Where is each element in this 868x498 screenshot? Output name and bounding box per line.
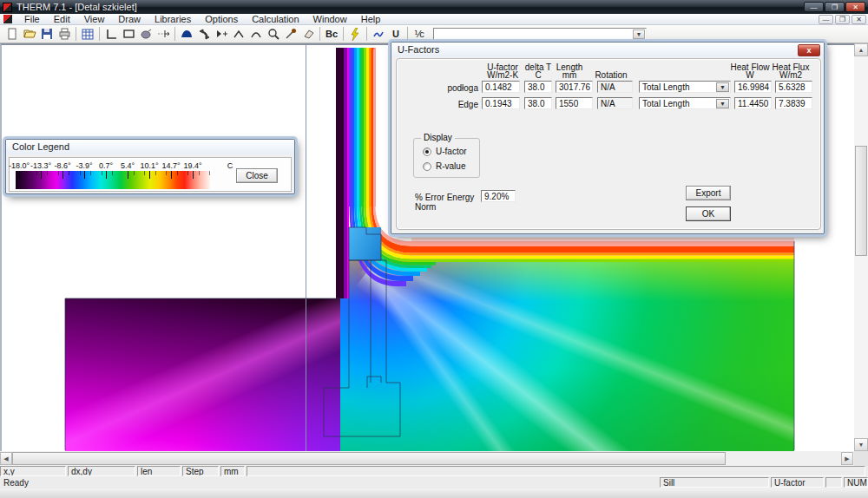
library-icon[interactable] xyxy=(79,26,96,42)
window-bottom-edge xyxy=(0,488,868,498)
numlock-indicator: NUM xyxy=(844,477,868,488)
mdi-minimize-icon[interactable]: — xyxy=(819,15,833,24)
temperature-gradient-bar xyxy=(16,171,210,189)
menu-window[interactable]: Window xyxy=(306,14,354,25)
menu-file[interactable]: File xyxy=(17,14,47,25)
new-icon[interactable] xyxy=(3,26,21,42)
deltat-value[interactable]: 38.0 xyxy=(524,97,552,109)
heatflux-value[interactable]: 7.3839 xyxy=(775,97,812,109)
error-norm-value[interactable]: 9.20% xyxy=(481,190,516,202)
print-icon[interactable] xyxy=(56,26,73,42)
ready-status: Ready xyxy=(3,477,29,488)
ufactors-dialog[interactable]: U-Factors x U-factorW/m2-K delta TC Leng… xyxy=(391,42,825,234)
radio-dot-icon xyxy=(423,162,431,171)
move-point-icon[interactable] xyxy=(155,26,172,42)
menu-view[interactable]: View xyxy=(77,14,112,25)
legend-label: 19.4° xyxy=(178,161,207,170)
length-value[interactable]: 3017.76 xyxy=(556,81,593,93)
minimize-icon[interactable]: — xyxy=(804,2,824,12)
rotation-value: N/A xyxy=(597,97,633,109)
row-label: Edge xyxy=(430,100,478,109)
app-icon xyxy=(3,3,12,12)
xy-coordinates: x,y -6659.9,8648.7 xyxy=(0,466,66,476)
menu-draw[interactable]: Draw xyxy=(111,14,148,25)
mdi-close-icon[interactable]: ✕ xyxy=(852,15,866,24)
menu-calculation[interactable]: Calculation xyxy=(245,14,306,25)
chevron-down-icon[interactable]: ▼ xyxy=(716,99,729,108)
heatflow-value[interactable]: 11.4450 xyxy=(734,97,772,109)
horizontal-scroll-thumb[interactable] xyxy=(12,452,726,465)
ufactors-dialog-title: U-Factors xyxy=(391,43,824,57)
menu-libraries[interactable]: Libraries xyxy=(148,14,198,25)
save-icon[interactable] xyxy=(38,26,56,42)
maximize-icon[interactable]: ❐ xyxy=(825,2,845,12)
chevron-down-icon[interactable]: ▼ xyxy=(716,82,729,92)
dialog-close-icon[interactable]: x xyxy=(798,44,820,56)
eraser-icon[interactable] xyxy=(299,26,317,42)
horizontal-scrollbar[interactable]: ◀ ▶ xyxy=(0,451,854,466)
scroll-right-icon[interactable]: ▶ xyxy=(841,452,853,465)
insert-point-icon[interactable] xyxy=(213,26,230,42)
fill-icon[interactable] xyxy=(137,26,155,42)
boundary-condition-icon[interactable]: Bc xyxy=(323,26,340,42)
vertical-scrollbar[interactable]: ▲ ▼ xyxy=(854,43,868,451)
scroll-down-icon[interactable]: ▼ xyxy=(854,438,868,451)
mdi-restore-icon[interactable]: ❐ xyxy=(835,15,850,24)
menu-help[interactable]: Help xyxy=(354,14,388,25)
projection-select[interactable]: Total Length ▼ xyxy=(639,97,731,109)
boundary-icon[interactable] xyxy=(178,26,195,42)
ufactor-value[interactable]: 0.1943 xyxy=(482,97,520,109)
menu-options[interactable]: Options xyxy=(198,14,245,25)
radio-ufactor[interactable]: U-factor xyxy=(423,147,467,156)
projection-select[interactable]: Total Length ▼ xyxy=(639,81,731,93)
col-header-heatflux: Heat FluxW/m2 xyxy=(766,63,815,79)
color-legend-title: Color Legend xyxy=(6,140,294,154)
heatflow-value[interactable]: 16.9984 xyxy=(734,81,772,93)
title-bar: THERM 7.1 - [Detal szkielet] — ❐ ✕ xyxy=(0,0,868,14)
ufactor-icon[interactable]: U xyxy=(387,26,404,42)
chevron-down-icon[interactable]: ▼ xyxy=(633,29,645,39)
zoom-icon[interactable] xyxy=(265,26,282,42)
eyedropper-icon[interactable] xyxy=(282,26,299,42)
arc-icon[interactable] xyxy=(247,26,265,42)
calc-icon[interactable] xyxy=(346,26,364,42)
color-legend-window[interactable]: Color Legend -18.0° -13.3° -8.6° -3.9° 0… xyxy=(5,139,295,194)
ufactor-value[interactable]: 0.1482 xyxy=(482,81,520,93)
length-readout: len 1483.7 xyxy=(137,466,181,476)
mode-status: U-factor results xyxy=(771,477,824,488)
col-header-rotation: Rotation xyxy=(587,71,635,79)
scroll-left-icon[interactable]: ◀ xyxy=(0,452,12,465)
radio-rvalue[interactable]: R-value xyxy=(423,161,465,171)
measure-icon[interactable] xyxy=(230,26,247,42)
selection-status: Sill xyxy=(660,477,769,488)
therm-app-window: THERM 7.1 - [Detal szkielet] — ❐ ✕ File … xyxy=(0,0,868,498)
results-icon[interactable] xyxy=(370,26,387,42)
fraction-icon[interactable]: ⅟c xyxy=(411,26,428,42)
scrollbar-corner xyxy=(854,451,868,466)
scroll-up-icon[interactable]: ▲ xyxy=(854,43,868,56)
window-title: THERM 7.1 - [Detal szkielet] xyxy=(16,2,137,12)
row-label: podłoga xyxy=(430,83,478,93)
legend-close-button[interactable]: Close xyxy=(236,168,278,183)
status-spacer xyxy=(247,466,865,476)
vertical-scroll-thumb[interactable] xyxy=(855,146,867,256)
move-polygon-icon[interactable] xyxy=(195,26,213,42)
open-icon[interactable] xyxy=(21,26,38,42)
coordinate-status-bar: x,y -6659.9,8648.7 dx,dy -732.8,1290.1 l… xyxy=(0,466,868,477)
heatflux-value[interactable]: 5.6328 xyxy=(775,81,812,93)
main-status-bar: Ready Sill U-factor results NUM xyxy=(0,477,868,488)
length-value[interactable]: 1550 xyxy=(556,97,593,109)
menu-edit[interactable]: Edit xyxy=(47,14,77,25)
rectangle-icon[interactable] xyxy=(120,26,137,42)
toolbar: Bc U ⅟c ▼ xyxy=(0,25,868,43)
deltat-value[interactable]: 38.0 xyxy=(524,81,552,93)
close-icon[interactable]: ✕ xyxy=(845,2,865,12)
export-button[interactable]: Export xyxy=(686,186,731,200)
toolbar-combobox[interactable]: ▼ xyxy=(433,28,647,41)
step-readout: Step 10.0 xyxy=(182,466,219,476)
document-icon[interactable] xyxy=(3,15,12,23)
units-readout: mm xyxy=(220,466,245,476)
polyline-icon[interactable] xyxy=(102,26,120,42)
ok-button[interactable]: OK xyxy=(686,206,731,221)
status-blank xyxy=(825,477,842,488)
